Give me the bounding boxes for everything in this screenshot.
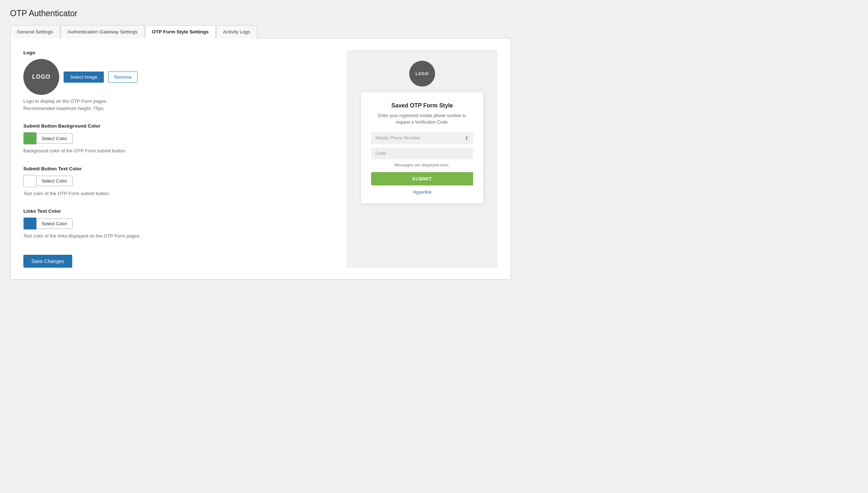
links-text-color-row: Links Text Color Select Color Text color… <box>23 208 332 240</box>
submit-bg-color-content: Select Color <box>23 132 332 144</box>
links-text-color-content: Select Color <box>23 217 332 230</box>
logo-label: Logo <box>23 50 332 55</box>
phone-upload-icon: ⬆ <box>465 135 469 141</box>
submit-text-color-picker: Select Color <box>23 175 73 187</box>
main-card: Logo LOGO Select Image Remove Logo to di… <box>10 38 511 280</box>
logo-content: LOGO Select Image Remove <box>23 59 332 95</box>
preview-panel: LOGO Saved OTP Form Style Enter your reg… <box>347 50 498 268</box>
preview-messages: Messages are displayed here. <box>371 163 473 167</box>
logo-preview-circle: LOGO <box>23 59 59 95</box>
preview-submit-button[interactable]: SUBMIT <box>371 172 473 185</box>
tab-general[interactable]: General Settings <box>10 25 60 38</box>
page-title: OTP Authenticator <box>10 9 511 18</box>
submit-bg-color-description: Background color of the OTP Form submit … <box>23 147 332 155</box>
submit-bg-color-swatch <box>23 132 36 144</box>
select-image-button[interactable]: Select Image <box>64 72 104 83</box>
preview-form-subtitle: Enter your registered mobile phone numbe… <box>371 112 473 125</box>
settings-panel: Logo LOGO Select Image Remove Logo to di… <box>23 50 347 268</box>
preview-code-input: Code <box>371 148 473 159</box>
logo-setting-row: Logo LOGO Select Image Remove Logo to di… <box>23 50 332 112</box>
preview-logo: LOGO <box>409 61 435 87</box>
logo-description: Logo to display on the OTP Form pages. R… <box>23 98 332 112</box>
submit-bg-select-color-button[interactable]: Select Color <box>36 133 73 144</box>
submit-text-color-label: Submit Button Text Color <box>23 166 332 171</box>
submit-text-color-description: Text color of the OTP Form submit button… <box>23 190 332 197</box>
submit-bg-color-picker: Select Color <box>23 132 73 144</box>
tabs-bar: General Settings Authentication Gateway … <box>10 25 511 38</box>
preview-form: Saved OTP Form Style Enter your register… <box>361 92 483 203</box>
preview-form-title: Saved OTP Form Style <box>371 102 473 109</box>
submit-text-color-row: Submit Button Text Color Select Color Te… <box>23 166 332 197</box>
tab-gateway[interactable]: Authentication Gateway Settings <box>61 25 144 38</box>
tab-activity[interactable]: Activity Logs <box>216 25 257 38</box>
preview-phone-input: Mobile Phone Number ⬆ <box>371 132 473 144</box>
links-text-color-label: Links Text Color <box>23 208 332 214</box>
tab-form-style[interactable]: OTP Form Style Settings <box>145 25 216 38</box>
submit-text-select-color-button[interactable]: Select Color <box>36 176 73 186</box>
links-text-select-color-button[interactable]: Select Color <box>36 218 73 229</box>
links-text-color-description: Text color of the links displayed on the… <box>23 232 332 240</box>
remove-logo-button[interactable]: Remove <box>108 72 138 83</box>
submit-text-color-swatch <box>23 175 36 187</box>
submit-bg-color-label: Submit Button Background Color <box>23 123 332 129</box>
submit-text-color-content: Select Color <box>23 175 332 187</box>
links-text-color-picker: Select Color <box>23 217 73 230</box>
links-text-color-swatch <box>23 217 36 230</box>
preview-hyperlink[interactable]: Hyperlink <box>371 190 473 195</box>
submit-bg-color-row: Submit Button Background Color Select Co… <box>23 123 332 155</box>
save-changes-button[interactable]: Save Changes <box>23 255 72 268</box>
